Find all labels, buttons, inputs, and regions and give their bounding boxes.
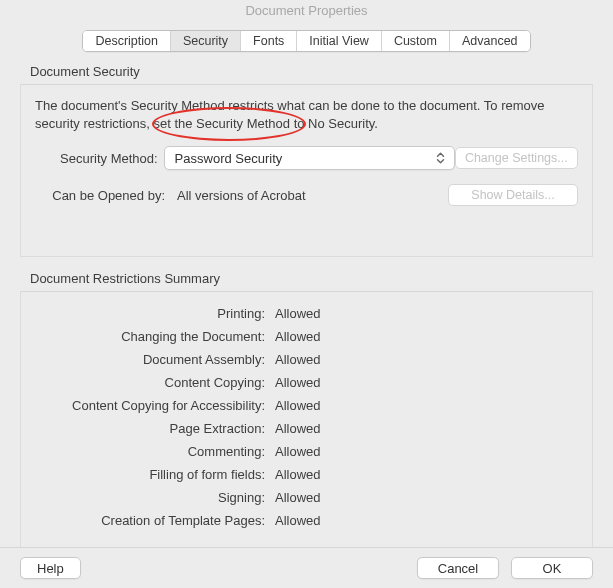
restriction-value: Allowed [275,398,321,413]
restriction-value: Allowed [275,375,321,390]
restriction-row: Content Copying:Allowed [35,371,578,394]
restrictions-panel: Printing:Allowed Changing the Document:A… [20,291,593,553]
restriction-row: Filling of form fields:Allowed [35,463,578,486]
tab-bar: Description Security Fonts Initial View … [0,30,613,52]
tab-advanced[interactable]: Advanced [450,31,530,51]
tab-custom[interactable]: Custom [382,31,450,51]
chevron-up-down-icon [436,152,445,164]
tab-segmented-control: Description Security Fonts Initial View … [82,30,530,52]
document-security-panel: The document's Security Method restricts… [20,84,593,257]
restriction-value: Allowed [275,329,321,344]
restriction-value: Allowed [275,467,321,482]
restriction-value: Allowed [275,490,321,505]
tab-fonts[interactable]: Fonts [241,31,297,51]
security-method-value: Password Security [175,151,283,166]
restriction-row: Document Assembly:Allowed [35,348,578,371]
security-method-label: Security Method: [35,151,164,166]
restriction-row: Commenting:Allowed [35,440,578,463]
can-be-opened-label: Can be Opened by: [35,188,171,203]
restriction-label: Commenting: [35,444,275,459]
restriction-row: Signing:Allowed [35,486,578,509]
restriction-label: Signing: [35,490,275,505]
show-details-button[interactable]: Show Details... [448,184,578,206]
restriction-value: Allowed [275,306,321,321]
restriction-value: Allowed [275,513,321,528]
restriction-label: Printing: [35,306,275,321]
restriction-row: Creation of Template Pages:Allowed [35,509,578,532]
window-title: Document Properties [0,0,613,22]
tab-initial-view[interactable]: Initial View [297,31,382,51]
document-security-heading: Document Security [30,64,583,79]
restriction-value: Allowed [275,352,321,367]
dialog-footer: Help Cancel OK [0,547,613,588]
restrictions-heading: Document Restrictions Summary [30,271,583,286]
restriction-label: Filling of form fields: [35,467,275,482]
restriction-label: Content Copying for Accessibility: [35,398,275,413]
restriction-label: Document Assembly: [35,352,275,367]
cancel-button[interactable]: Cancel [417,557,499,579]
tab-security[interactable]: Security [171,31,241,51]
change-settings-button[interactable]: Change Settings... [455,147,578,169]
can-be-opened-value: All versions of Acrobat [171,188,306,203]
help-button[interactable]: Help [20,557,81,579]
restriction-value: Allowed [275,444,321,459]
ok-button[interactable]: OK [511,557,593,579]
restriction-row: Changing the Document:Allowed [35,325,578,348]
restriction-label: Creation of Template Pages: [35,513,275,528]
restriction-label: Changing the Document: [35,329,275,344]
restriction-row: Printing:Allowed [35,302,578,325]
security-method-dropdown[interactable]: Password Security [164,146,455,170]
restriction-row: Page Extraction:Allowed [35,417,578,440]
restriction-row: Content Copying for Accessibility:Allowe… [35,394,578,417]
restriction-label: Content Copying: [35,375,275,390]
security-description-text: The document's Security Method restricts… [35,97,578,132]
restriction-label: Page Extraction: [35,421,275,436]
restriction-value: Allowed [275,421,321,436]
tab-description[interactable]: Description [83,31,171,51]
